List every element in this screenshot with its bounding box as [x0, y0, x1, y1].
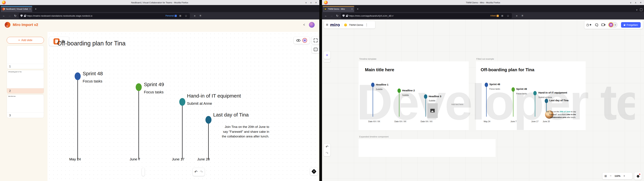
overflow-chevrons[interactable]: » — [192, 14, 197, 18]
url-bar[interactable]: https://matrix-neoboard-standalone.neoto… — [19, 13, 190, 18]
notifications-button[interactable] — [634, 172, 642, 180]
milestone-title[interactable]: Headline 1 — [376, 83, 388, 86]
fullscreen-button[interactable] — [312, 36, 319, 44]
minimize-button[interactable]: ∨ — [305, 1, 307, 4]
milestone-title[interactable]: Sprint 48 — [489, 83, 500, 86]
farewell-note[interactable]: Join Tina on the 20th of June to say "Fa… — [546, 110, 576, 119]
forward-button[interactable]: → — [8, 14, 12, 18]
milestone-title[interactable]: Sprint 49 — [144, 82, 164, 87]
timeline-date[interactable]: June 20 — [197, 157, 210, 161]
frames-panel-icon[interactable]: ⊞ — [604, 174, 607, 178]
tracking-shield-icon[interactable] — [20, 14, 23, 17]
milestone-title[interactable]: Sprint 48 — [83, 71, 103, 76]
milestone-stem[interactable] — [426, 96, 426, 117]
list-tabs-chevron[interactable]: ∨ — [636, 8, 638, 11]
milestone-title[interactable]: Last day of Tina — [550, 99, 568, 102]
frame-label[interactable]: Filled out example — [476, 58, 494, 60]
timeline-date[interactable]: June 20 — [543, 120, 550, 123]
reload-button[interactable]: ↻ — [335, 14, 340, 18]
whiteboard-canvas[interactable]: ⚙ Off-boarding plan for Tina M ↑ — [48, 32, 318, 181]
milestone-dot-lastday[interactable] — [206, 116, 212, 124]
milestone-dot[interactable] — [485, 82, 488, 87]
timeline-date[interactable]: May 24 — [69, 157, 81, 161]
miro-board-canvas[interactable]: Main title here Headline 1 Subtitle Head… — [322, 20, 644, 181]
board-title-text[interactable]: Off-boarding plan for Tina — [57, 40, 126, 47]
user-avatar[interactable] — [309, 22, 314, 28]
undo-icon[interactable]: ↶ — [194, 170, 198, 174]
url-text[interactable]: https://matrix-neoboard-standalone.neoto… — [27, 14, 164, 17]
milestone-title[interactable]: Last day of Tina — [213, 112, 249, 118]
tab-icon[interactable] — [640, 8, 642, 11]
zoom-in-button[interactable]: + — [623, 174, 625, 178]
milestone-title[interactable]: Headline 3 — [429, 95, 441, 98]
titlebar[interactable]: TWIM Demo - Miro - Mozilla Firefox ∨ ∧ ✕ — [322, 0, 644, 5]
reload-button[interactable]: ↻ — [13, 14, 18, 18]
forward-button[interactable]: → — [330, 14, 334, 18]
overflow-chevrons[interactable]: » — [514, 14, 519, 18]
add-text-hint[interactable]: Add text here — [451, 103, 463, 106]
milestone-stem[interactable] — [535, 93, 535, 117]
chat-icon[interactable] — [595, 24, 598, 26]
user-avatar-pill[interactable]: M ∨ — [608, 22, 618, 28]
miro-logo[interactable]: miro — [330, 22, 340, 28]
tracking-shield-icon[interactable] — [342, 14, 345, 17]
milestone-stem[interactable] — [513, 90, 514, 117]
main-menu-hamburger-icon[interactable]: ≡ — [326, 22, 328, 27]
timeline-date[interactable]: Date XX / XX — [420, 120, 432, 123]
bookmark-star-icon[interactable]: ☆ — [184, 14, 188, 18]
redo-icon[interactable]: ↷ — [200, 170, 203, 174]
lock-icon[interactable] — [24, 16, 26, 17]
slide-card-1[interactable]: 1 — [7, 46, 44, 69]
frame-title[interactable]: Off-boarding plan for Tina — [481, 67, 534, 72]
milestone-subtitle[interactable]: Focus tasks — [489, 88, 500, 90]
share-button[interactable]: Freigeben — [621, 22, 641, 28]
collaborator-avatar[interactable]: M — [302, 38, 307, 43]
milestone-title[interactable]: Hand-in of IT equipment — [538, 91, 567, 94]
milestone-subtitle[interactable]: Focus tasks — [144, 90, 164, 94]
milestone-dot[interactable] — [398, 88, 401, 93]
back-button[interactable]: ← — [324, 14, 328, 18]
timeline-date[interactable]: Date XX / XX — [394, 120, 406, 123]
maximize-button[interactable]: ∧ — [635, 1, 636, 4]
extensions-grid-icon[interactable]: ⊞ — [178, 14, 182, 17]
milestone-subtitle[interactable]: Subtitle — [429, 100, 435, 102]
board-name[interactable]: TWIM Demo — [349, 24, 363, 26]
bookmark-star-icon[interactable]: ☆ — [506, 14, 510, 18]
milestone-subtitle[interactable]: Focus tasks — [83, 79, 102, 84]
board-menu-kebab-icon[interactable]: ⋮ — [365, 23, 368, 27]
milestone-stem[interactable] — [208, 120, 209, 160]
tab-neoboard[interactable]: NeoBoard | Visual Collab ✕ — [1, 6, 32, 12]
url-bar[interactable]: https://miro.com/app/board/uXjVLsUm_dE=/… — [341, 13, 512, 18]
milestone-title[interactable]: Headline 2 — [402, 89, 415, 92]
image-placeholder[interactable] — [427, 103, 438, 118]
milestone-stem[interactable] — [373, 85, 373, 117]
milestone-subtitle[interactable]: Submit at Anne — [187, 102, 212, 106]
frame-title[interactable]: Main title here — [365, 67, 394, 72]
frame-label[interactable]: Timeline template — [359, 58, 376, 60]
milestone-subtitle[interactable]: Submit at Anne — [538, 96, 552, 98]
slide-card-2[interactable]: Off-boarding plan for Tina 2 — [7, 70, 44, 94]
timeline-date[interactable]: Date XX / XX — [368, 120, 380, 123]
ai-assist-button[interactable]: ✶ — [324, 51, 330, 59]
frame-label[interactable]: Expanded timeline component — [359, 136, 388, 138]
video-call-icon[interactable] — [602, 24, 604, 26]
milestone-dot[interactable] — [424, 94, 427, 99]
milestone-dot[interactable] — [371, 82, 374, 87]
close-button[interactable]: ✕ — [640, 1, 642, 4]
zoom-out-button[interactable]: − — [610, 174, 612, 178]
menu-hamburger-icon[interactable]: ≡ — [198, 14, 202, 18]
add-slide-button[interactable]: + Add slide — [7, 37, 44, 44]
milestone-dot[interactable] — [545, 99, 548, 103]
back-button[interactable]: ← — [2, 14, 6, 18]
eye-icon[interactable] — [296, 39, 300, 42]
minimize-button[interactable]: ∨ — [630, 1, 632, 4]
milestone-title[interactable]: Sprint 49 — [516, 88, 527, 90]
zoom-level[interactable]: 110% — [614, 175, 620, 177]
timer-icon[interactable]: ◷✦ — [586, 23, 592, 27]
milestone-stem[interactable] — [399, 91, 400, 117]
close-button[interactable]: ✕ — [315, 1, 317, 4]
undo-icon[interactable]: ↶ — [326, 145, 328, 149]
timeline-date[interactable]: June 7 — [510, 120, 516, 123]
timeline-date[interactable]: May 24 — [484, 120, 490, 123]
milestone-dot-sprint48[interactable] — [75, 72, 81, 80]
